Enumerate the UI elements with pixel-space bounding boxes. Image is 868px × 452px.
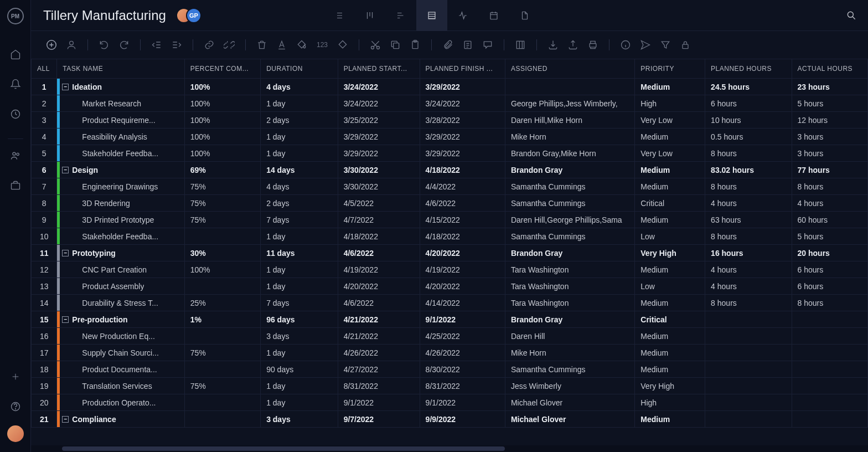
cell-start[interactable]: 3/24/2022: [338, 95, 420, 112]
cell-assign[interactable]: Samantha Cummings: [505, 361, 634, 378]
cell-assign[interactable]: Mike Horn: [505, 129, 634, 145]
cell-pct[interactable]: [184, 328, 260, 345]
cell-planned[interactable]: [705, 378, 792, 394]
col-header-priority[interactable]: PRIORITY: [635, 59, 705, 79]
cell-assign[interactable]: George Phillips,Jess Wimberly,: [505, 95, 634, 112]
cell-prio[interactable]: Very High: [635, 378, 705, 394]
cell-finish[interactable]: 3/28/2022: [420, 112, 505, 129]
cell-prio[interactable]: Low: [635, 278, 705, 295]
cell-finish[interactable]: 3/29/2022: [420, 145, 505, 162]
task-name-cell[interactable]: Product Requireme...: [57, 112, 184, 129]
milestone-icon[interactable]: [334, 37, 351, 53]
table-row[interactable]: 14Durability & Stress T...25%7 days4/6/2…: [32, 295, 868, 311]
cell-actual[interactable]: 3 hours: [792, 129, 867, 145]
cell-dur[interactable]: 1 day: [261, 129, 338, 145]
task-name-cell[interactable]: −Design: [57, 162, 184, 178]
avatar-initials[interactable]: GP: [186, 8, 202, 23]
row-number[interactable]: 7: [32, 178, 57, 195]
cell-pct[interactable]: 69%: [184, 162, 260, 178]
row-number[interactable]: 5: [32, 145, 57, 162]
row-number[interactable]: 6: [32, 162, 57, 178]
print-icon[interactable]: [585, 37, 601, 53]
cell-start[interactable]: 4/21/2022: [338, 328, 420, 345]
cell-planned[interactable]: 24.5 hours: [705, 79, 792, 95]
cell-finish[interactable]: 3/29/2022: [420, 79, 505, 95]
cell-assign[interactable]: Tara Washington: [505, 261, 634, 278]
board-view-icon[interactable]: [354, 0, 385, 31]
redo-icon[interactable]: [116, 37, 132, 53]
task-name-cell[interactable]: Translation Services: [57, 378, 184, 394]
cell-planned[interactable]: [705, 361, 792, 378]
cell-assign[interactable]: Samantha Cummings: [505, 228, 634, 245]
cell-finish[interactable]: 4/20/2022: [420, 245, 505, 261]
task-name-cell[interactable]: 3D Rendering: [57, 195, 184, 212]
row-number[interactable]: 13: [32, 278, 57, 295]
task-name-cell[interactable]: New Production Eq...: [57, 328, 184, 345]
export-icon[interactable]: [565, 37, 581, 53]
cell-assign[interactable]: Jess Wimberly: [505, 378, 634, 394]
link-icon[interactable]: [201, 37, 218, 53]
cell-pct[interactable]: [184, 361, 260, 378]
cell-finish[interactable]: 4/15/2022: [420, 212, 505, 228]
member-avatars[interactable]: GP: [176, 8, 202, 23]
cell-prio[interactable]: Medium: [635, 345, 705, 361]
cell-actual[interactable]: [792, 328, 867, 345]
cell-start[interactable]: 4/21/2022: [338, 311, 420, 328]
horizontal-scrollbar[interactable]: [31, 445, 868, 452]
cell-dur[interactable]: 11 days: [261, 245, 338, 261]
cell-actual[interactable]: 20 hours: [792, 245, 867, 261]
outdent-icon[interactable]: [148, 37, 165, 53]
filter-icon[interactable]: [657, 37, 674, 53]
col-header-actual-hours[interactable]: ACTUAL HOURS: [792, 59, 867, 79]
cell-start[interactable]: 3/25/2022: [338, 112, 420, 129]
comment-icon[interactable]: [479, 37, 496, 53]
cell-pct[interactable]: 75%: [184, 178, 260, 195]
team-icon[interactable]: [4, 145, 27, 167]
row-number[interactable]: 17: [32, 345, 57, 361]
table-row[interactable]: 18Product Documenta...90 days4/27/20228/…: [32, 361, 868, 378]
percent-label[interactable]: 123: [313, 41, 331, 49]
cell-actual[interactable]: 8 hours: [792, 295, 867, 311]
task-name-cell[interactable]: Engineering Drawings: [57, 178, 184, 195]
table-row[interactable]: 7Engineering Drawings75%4 days3/30/20224…: [32, 178, 868, 195]
row-number[interactable]: 11: [32, 245, 57, 261]
add-task-icon[interactable]: [43, 37, 60, 53]
note-icon[interactable]: [459, 37, 476, 53]
cell-pct[interactable]: 75%: [184, 212, 260, 228]
unlink-icon[interactable]: [221, 37, 237, 53]
cell-pct[interactable]: 30%: [184, 245, 260, 261]
collapse-icon[interactable]: −: [62, 167, 69, 173]
cell-planned[interactable]: 8 hours: [705, 295, 792, 311]
task-name-cell[interactable]: −Compliance: [57, 411, 184, 428]
cell-finish[interactable]: 9/1/2022: [420, 311, 505, 328]
cell-finish[interactable]: 4/20/2022: [420, 278, 505, 295]
cell-assign[interactable]: Brandon Gray: [505, 245, 634, 261]
table-row[interactable]: 10Stakeholder Feedba...1 day4/18/20224/1…: [32, 228, 868, 245]
task-name-cell[interactable]: −Ideation: [57, 79, 184, 95]
cell-actual[interactable]: 77 hours: [792, 162, 867, 178]
cell-assign[interactable]: Michael Glover: [505, 394, 634, 411]
paste-icon[interactable]: [407, 37, 423, 53]
row-number[interactable]: 10: [32, 228, 57, 245]
cell-start[interactable]: 4/6/2022: [338, 245, 420, 261]
cell-actual[interactable]: 60 hours: [792, 212, 867, 228]
gantt-view-icon[interactable]: [385, 0, 416, 31]
cell-dur[interactable]: 1 day: [261, 378, 338, 394]
cell-assign[interactable]: Daren Hill,Mike Horn: [505, 112, 634, 129]
task-name-cell[interactable]: Stakeholder Feedba...: [57, 145, 184, 162]
cell-start[interactable]: 4/5/2022: [338, 195, 420, 212]
cell-planned[interactable]: 8 hours: [705, 228, 792, 245]
table-row[interactable]: 19Translation Services75%1 day8/31/20228…: [32, 378, 868, 394]
cell-finish[interactable]: 4/19/2022: [420, 261, 505, 278]
cell-start[interactable]: 3/30/2022: [338, 162, 420, 178]
cell-assign[interactable]: Daren Hill,George Phillips,Sama: [505, 212, 634, 228]
task-name-cell[interactable]: −Pre-production: [57, 311, 184, 328]
row-number[interactable]: 18: [32, 361, 57, 378]
row-number[interactable]: 20: [32, 394, 57, 411]
col-header-planned-hours[interactable]: PLANNED HOURS: [705, 59, 792, 79]
cell-start[interactable]: 3/29/2022: [338, 129, 420, 145]
table-row[interactable]: 11−Prototyping30%11 days4/6/20224/20/202…: [32, 245, 868, 261]
add-icon[interactable]: [4, 366, 27, 388]
cell-actual[interactable]: 4 hours: [792, 195, 867, 212]
task-name-cell[interactable]: Durability & Stress T...: [57, 295, 184, 311]
